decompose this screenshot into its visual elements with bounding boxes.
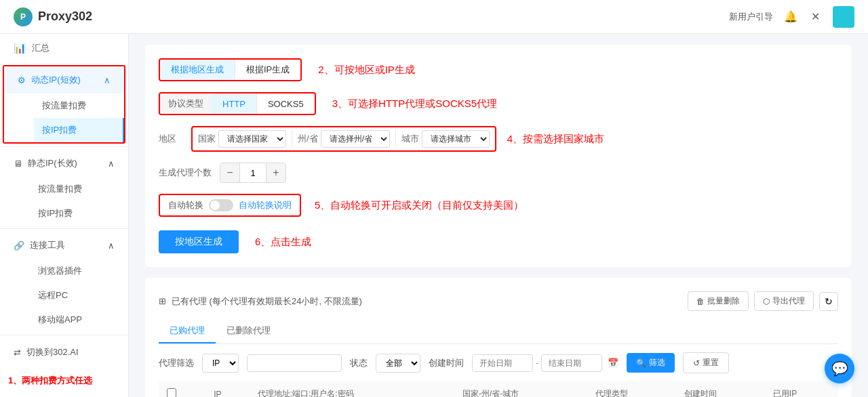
table-head: IP 代理地址:端口:用户名:密码 国家-州/省-城市 代理类型 创建时间 已用… <box>159 381 838 397</box>
auto-rotate-toggle[interactable] <box>209 199 233 211</box>
annotation3: 3、可选择HTTP代理或SOCKS5代理 <box>332 98 497 110</box>
col-create-header: 创建时间 <box>676 381 765 397</box>
annotation5: 5、自动轮换可开启或关闭（目前仅支持美国） <box>315 199 524 212</box>
end-date-input[interactable] <box>541 354 602 372</box>
select-divider-1 <box>292 131 292 147</box>
annotation6: 6、点击生成 <box>255 236 311 249</box>
protocol-label: 协议类型 <box>160 93 212 114</box>
translate-icon[interactable]: ✕ <box>808 10 822 24</box>
tab-bought[interactable]: 已购代理 <box>159 319 216 343</box>
link-icon: 🔗 <box>14 241 24 251</box>
tools-label: 连接工具 <box>30 239 65 251</box>
date-separator: - <box>536 358 538 368</box>
count-input[interactable] <box>239 163 267 182</box>
chart-icon: 📊 <box>14 42 26 54</box>
filter-row: 代理筛选 IP 状态 全部 创建时间 - 📅 🔍 筛选 <box>159 352 838 373</box>
status-select[interactable]: 全部 <box>376 354 420 373</box>
col-used-ip-header: 已用IP <box>765 381 838 397</box>
calendar-icon[interactable]: 📅 <box>608 358 618 368</box>
server-icon: 🖥 <box>14 159 22 169</box>
sidebar-collapse-icon[interactable]: ≡ <box>0 392 128 397</box>
tab-deleted[interactable]: 已删除代理 <box>216 319 281 343</box>
avatar[interactable] <box>833 6 854 28</box>
protocol-row: 协议类型 HTTP SOCKS5 3、可选择HTTP代理或SOCKS5代理 <box>159 92 838 115</box>
table-header: ⊞ 已有代理 (每个代理有效期最长24小时, 不限流量) 🗑 批量删除 ⬡ 导出… <box>159 291 838 311</box>
city-select-item: 城市 请选择城市 <box>401 130 490 148</box>
sidebar: 📊 汇总 ⚙ 动态IP(短效) ∧ 按流量扣费 按IP扣费 🖥 静态IP(长效) <box>0 34 129 397</box>
sidebar-item-by-traffic[interactable]: 按流量扣费 <box>34 93 124 118</box>
static-ip-submenu: 按流量扣费 按IP扣费 <box>0 177 128 226</box>
sidebar-item-remote[interactable]: 远程PC <box>30 283 128 308</box>
gen-by-region-tab[interactable]: 根据地区生成 <box>160 60 235 80</box>
sidebar-item-by-ip2[interactable]: 按IP扣费 <box>30 201 128 226</box>
sidebar-item-by-traffic2[interactable]: 按流量扣费 <box>30 177 128 201</box>
bell-icon[interactable]: 🔔 <box>784 10 797 24</box>
header-right: 新用户引导 🔔 ✕ <box>729 6 854 28</box>
chevron-up-icon: ∧ <box>104 75 111 85</box>
sidebar-item-browser[interactable]: 浏览器插件 <box>30 259 128 283</box>
city-label: 城市 <box>401 133 419 145</box>
filter-type-select[interactable]: IP <box>202 354 239 373</box>
generate-button[interactable]: 按地区生成 <box>159 230 239 253</box>
gen-type-row: 根据地区生成 根据IP生成 2、可按地区或IP生成 <box>159 58 838 81</box>
gen-by-ip-tab[interactable]: 根据IP生成 <box>235 60 300 80</box>
table-title-text: 已有代理 (每个代理有效期最长24小时, 不限流量) <box>172 295 362 308</box>
col-checkbox-header <box>159 381 205 397</box>
export-icon: ⬡ <box>763 297 770 306</box>
sidebar-dynamic-ip-header[interactable]: ⚙ 动态IP(短效) ∧ <box>4 66 124 93</box>
sidebar-divider-2 <box>0 228 128 229</box>
search-icon: 🔍 <box>636 358 646 368</box>
proxy-tabs: 已购代理 已删除代理 <box>159 319 838 344</box>
province-select[interactable]: 请选择州/省 <box>321 130 390 148</box>
dynamic-ip-section-highlight: ⚙ 动态IP(短效) ∧ 按流量扣费 按IP扣费 <box>3 65 125 144</box>
dynamic-ip-left: ⚙ 动态IP(短效) <box>18 74 81 86</box>
select-all-checkbox[interactable] <box>167 388 176 397</box>
dynamic-ip-submenu: 按流量扣费 按IP扣费 <box>4 93 124 142</box>
sidebar-item-switch[interactable]: ⇄ 切换到302.AI <box>0 338 128 367</box>
annotation4: 4、按需选择国家城市 <box>507 133 604 146</box>
main-content: 根据地区生成 根据IP生成 2、可按地区或IP生成 协议类型 HTTP SOCK… <box>129 34 868 397</box>
logo-icon: P <box>14 7 33 26</box>
switch-label: 切换到302.AI <box>26 346 79 358</box>
country-select-item: 国家 请选择国家 <box>198 130 286 148</box>
count-increase-btn[interactable]: + <box>267 163 285 182</box>
city-select[interactable]: 请选择城市 <box>422 130 490 148</box>
filter-btn-label: 筛选 <box>649 357 665 369</box>
date-range: - 📅 <box>472 354 618 372</box>
http-tab[interactable]: HTTP <box>212 93 257 114</box>
reset-btn[interactable]: ↺ 重置 <box>683 352 729 373</box>
proxy-table: IP 代理地址:端口:用户名:密码 国家-州/省-城市 代理类型 创建时间 已用… <box>159 381 838 397</box>
trash-icon: 🗑 <box>696 297 705 306</box>
table-title: ⊞ 已有代理 (每个代理有效期最长24小时, 不限流量) <box>159 295 362 308</box>
sidebar-item-summary[interactable]: 📊 汇总 <box>0 34 128 62</box>
count-decrease-btn[interactable]: − <box>220 163 239 182</box>
guide-button[interactable]: 新用户引导 <box>729 11 773 23</box>
auto-rotate-explain[interactable]: 自动轮换说明 <box>239 199 292 211</box>
region-label: 地区 <box>159 133 186 145</box>
batch-delete-btn[interactable]: 🗑 批量删除 <box>688 291 749 311</box>
socks5-tab[interactable]: SOCKS5 <box>257 93 315 114</box>
start-date-input[interactable] <box>472 354 533 372</box>
sidebar-item-by-ip[interactable]: 按IP扣费 <box>34 118 124 142</box>
col-country-header: 国家-州/省-城市 <box>454 381 587 397</box>
auto-rotate-box: 自动轮换 自动轮换说明 <box>159 194 301 217</box>
country-label: 国家 <box>198 133 216 145</box>
export-label: 导出代理 <box>772 295 805 307</box>
country-select[interactable]: 请选择国家 <box>218 130 286 148</box>
auto-rotate-label: 自动轮换 <box>168 199 203 211</box>
export-btn[interactable]: ⬡ 导出代理 <box>754 291 814 311</box>
filter-value-input[interactable] <box>247 354 342 372</box>
chevron-down-icon: ∧ <box>108 159 115 169</box>
refresh-btn[interactable]: ↻ <box>819 292 838 311</box>
status-filter-label: 状态 <box>350 357 368 369</box>
sidebar-item-mobile[interactable]: 移动端APP <box>30 308 128 332</box>
region-select-group: 国家 请选择国家 州/省 请选择州/省 城市 <box>191 126 496 152</box>
sidebar-static-ip-header[interactable]: 🖥 静态IP(长效) ∧ <box>0 150 128 177</box>
chat-button[interactable]: 💬 <box>825 354 854 383</box>
logo-text: Proxy302 <box>38 9 92 24</box>
filter-submit-btn[interactable]: 🔍 筛选 <box>627 353 675 373</box>
sidebar-tools-header[interactable]: 🔗 连接工具 ∧ <box>0 232 128 259</box>
col-type-header: 代理类型 <box>587 381 676 397</box>
auto-rotate-row: 自动轮换 自动轮换说明 5、自动轮换可开启或关闭（目前仅支持美国） <box>159 194 838 217</box>
table-header-row: IP 代理地址:端口:用户名:密码 国家-州/省-城市 代理类型 创建时间 已用… <box>159 381 838 397</box>
